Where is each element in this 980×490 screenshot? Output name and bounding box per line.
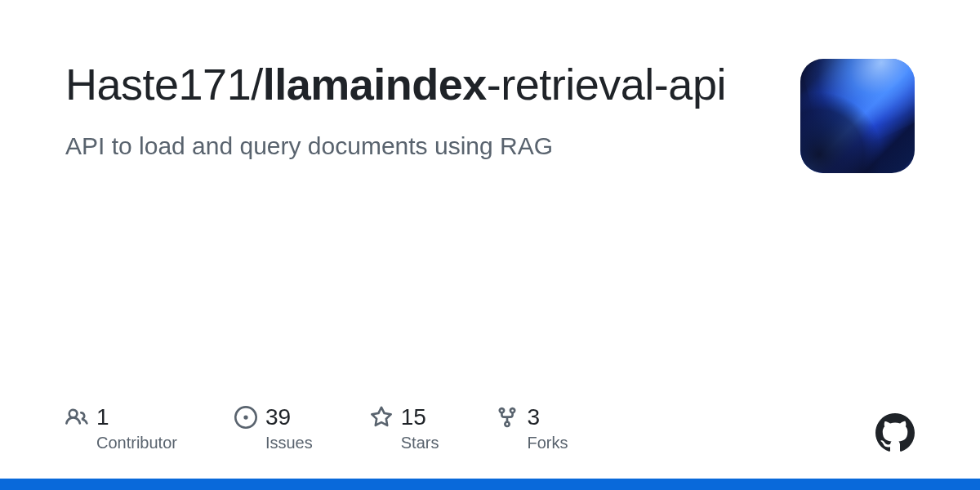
contributors-label: Contributor bbox=[96, 434, 177, 452]
accent-bar bbox=[0, 479, 980, 490]
title-block: Haste171/llamaindex-retrieval-api API to… bbox=[65, 59, 800, 160]
people-icon bbox=[65, 406, 88, 429]
issue-opened-icon bbox=[234, 406, 257, 429]
stat-contributors[interactable]: 1 Contributor bbox=[65, 404, 177, 452]
stats-group: 1 Contributor 39 Issues 15 Stars bbox=[65, 404, 568, 452]
repo-title[interactable]: Haste171/llamaindex-retrieval-api bbox=[65, 59, 768, 111]
star-icon bbox=[370, 406, 393, 429]
repo-forked-icon bbox=[496, 406, 519, 429]
issues-label: Issues bbox=[265, 434, 313, 452]
stat-forks[interactable]: 3 Forks bbox=[496, 404, 568, 452]
repo-name-hyphen1: - bbox=[487, 60, 501, 109]
repo-name-hyphen2: - bbox=[654, 60, 668, 109]
github-logo-icon[interactable] bbox=[875, 413, 915, 452]
forks-count: 3 bbox=[527, 404, 540, 430]
social-card: Haste171/llamaindex-retrieval-api API to… bbox=[0, 0, 980, 490]
stats-row: 1 Contributor 39 Issues 15 Stars bbox=[65, 404, 915, 452]
issues-count: 39 bbox=[265, 404, 291, 430]
repo-owner[interactable]: Haste171 bbox=[65, 60, 251, 109]
repo-description: API to load and query documents using RA… bbox=[65, 132, 768, 160]
repo-name-part1[interactable]: llamaindex bbox=[263, 60, 487, 109]
owner-avatar[interactable] bbox=[800, 59, 915, 173]
header-row: Haste171/llamaindex-retrieval-api API to… bbox=[65, 59, 915, 173]
stars-label: Stars bbox=[401, 434, 439, 452]
stat-issues[interactable]: 39 Issues bbox=[234, 404, 313, 452]
stat-stars[interactable]: 15 Stars bbox=[370, 404, 439, 452]
stars-count: 15 bbox=[401, 404, 426, 430]
owner-separator: / bbox=[251, 60, 263, 109]
forks-label: Forks bbox=[527, 434, 568, 452]
repo-name-part2[interactable]: retrieval bbox=[501, 60, 654, 109]
contributors-count: 1 bbox=[96, 404, 109, 430]
repo-name-part3[interactable]: api bbox=[668, 60, 726, 109]
